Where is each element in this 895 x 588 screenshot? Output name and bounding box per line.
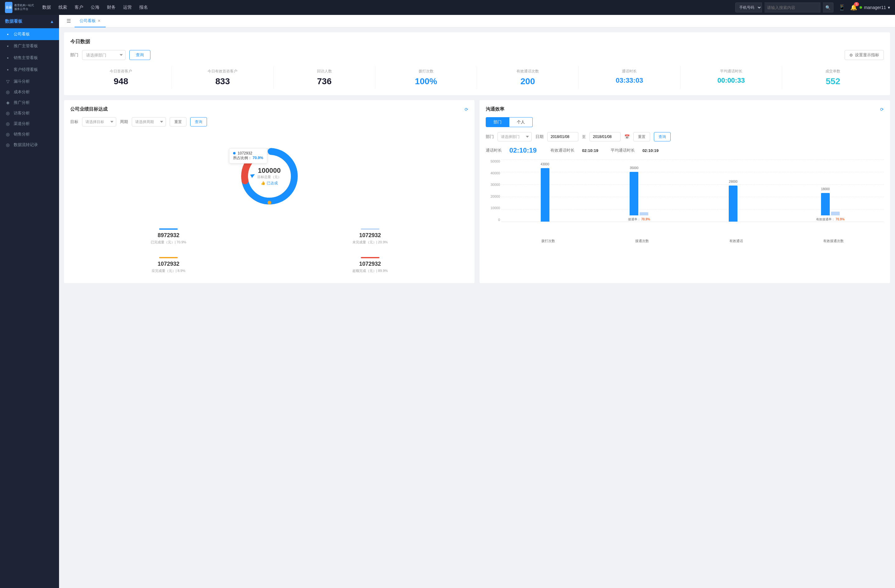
goal-stat-bar-1	[361, 229, 379, 230]
sales-manager-icon: ▪	[5, 55, 11, 60]
notification-icon[interactable]: 🔔 5	[850, 4, 857, 11]
comm-reset-button[interactable]: 重置	[633, 132, 650, 141]
stat-value-4: 200	[478, 76, 577, 86]
svg-point-3	[268, 201, 271, 205]
nav-operations[interactable]: 运营	[123, 3, 132, 12]
goal-reset-button[interactable]: 重置	[170, 117, 187, 126]
sidebar-item-promo-manager[interactable]: ▪ 推广主管看板	[0, 40, 59, 52]
goal-label: 目标	[70, 119, 78, 124]
content-area: 今日数据 部门 请选择部门 查询 ⚙ 设置显示指标 今日首咨客户 948	[59, 27, 895, 288]
nav-customers[interactable]: 客户	[74, 3, 83, 12]
donut-chart-container: 1072932 所占比例： 70.9%	[70, 133, 468, 220]
goal-stats: 8972932 已完成量（元）| 70.9% 1072932 未完成量（元）| …	[70, 225, 468, 277]
bottom-panels: 公司业绩目标达成 ⟳ 目标 请选择目标 周期 请选择周期 重置 查询	[64, 100, 890, 283]
comm-tab-toggle: 部门 个人	[486, 117, 884, 127]
sidebar-header: 数据看板 ▲	[0, 15, 59, 28]
nav-signup[interactable]: 报名	[139, 3, 148, 12]
bar-effective-main: 29000	[729, 186, 737, 221]
stat-value-5: 03:33:03	[580, 76, 679, 85]
funnel-icon: ▽	[5, 79, 11, 84]
nav-leads[interactable]: 线索	[58, 3, 67, 12]
search-button[interactable]: 🔍	[823, 3, 833, 12]
comm-refresh-icon[interactable]: ⟳	[880, 107, 884, 112]
tab-close-icon[interactable]: ✕	[97, 19, 101, 23]
mobile-icon[interactable]: 📱	[839, 4, 845, 11]
goal-stat-value-2: 1072932	[74, 261, 263, 267]
dept-filter-select[interactable]: 请选择部门	[82, 50, 126, 60]
sidebar-item-sales-manager[interactable]: ▪ 销售主管看板	[0, 52, 59, 64]
y-label-1: 40000	[486, 171, 500, 175]
goal-stat-value-0: 8972932	[74, 232, 263, 239]
goal-stat-label-3: 超额完成（元）| 89.9%	[276, 268, 465, 273]
account-manager-icon: ▪	[5, 67, 11, 72]
logo-icon: 云朵	[5, 2, 12, 13]
comm-panel-title: 沟通效率	[486, 106, 504, 112]
stat-label-5: 通话时长	[580, 69, 679, 74]
sidebar-group-label-sales: 销售分析	[14, 132, 30, 137]
bar-dial-main: 43000	[541, 168, 549, 221]
nav-finance[interactable]: 财务	[107, 3, 115, 12]
stat-value-7: 552	[783, 76, 883, 86]
search-input[interactable]	[765, 3, 821, 12]
sidebar-group-visitor[interactable]: ◎ 访客分析	[0, 107, 59, 118]
goal-select[interactable]: 请选择目标	[82, 117, 116, 126]
comm-date-from[interactable]	[547, 132, 578, 141]
comm-dept-select[interactable]: 请选择部门	[498, 132, 532, 141]
user-menu[interactable]: manager11 ▾	[857, 5, 890, 10]
bar-connect-label: 35000	[630, 166, 638, 170]
today-query-button[interactable]: 查询	[129, 50, 150, 60]
donut-chart: 1072932 所占比例： 70.9%	[235, 142, 303, 211]
nav-open-sea[interactable]: 公海	[91, 3, 99, 12]
sidebar-group-cost[interactable]: ◎ 成本分析	[0, 86, 59, 97]
sidebar-collapse-icon[interactable]: ▲	[50, 19, 54, 24]
sidebar-item-account-manager[interactable]: ▪ 客户经理看板	[0, 64, 59, 76]
goal-query-button[interactable]: 查询	[190, 117, 207, 126]
comm-date-to[interactable]	[590, 132, 620, 141]
sidebar-group-label-cost: 成本分析	[14, 89, 30, 95]
goal-stat-incomplete: 1072932 未完成量（元）| 20.9%	[272, 225, 469, 248]
connect-rate-label: 接通率：	[628, 218, 640, 221]
tooltip-label: 所占比例：	[233, 156, 252, 160]
donut-tooltip: 1072932 所占比例： 70.9%	[229, 148, 267, 164]
sidebar-group-funnel[interactable]: ▽ 漏斗分析	[0, 76, 59, 86]
goal-refresh-icon[interactable]: ⟳	[464, 107, 468, 112]
today-section-title: 今日数据	[70, 39, 884, 45]
y-label-3: 20000	[486, 194, 500, 198]
comm-tab-dept[interactable]: 部门	[486, 117, 509, 127]
stat-effective-calls: 有效通话次数 200	[477, 66, 579, 89]
username: manager11	[864, 5, 886, 10]
period-select[interactable]: 请选择周期	[132, 117, 166, 126]
goal-stat-label-0: 已完成量（元）| 70.9%	[74, 240, 263, 245]
svg-marker-4	[250, 173, 256, 178]
tab-company-board[interactable]: 公司看板 ✕	[74, 15, 106, 27]
goal-stat-over-complete: 1072932 超额完成（元）| 89.9%	[272, 253, 469, 277]
comm-tab-personal[interactable]: 个人	[509, 117, 532, 127]
tooltip-percent: 70.9%	[253, 156, 263, 160]
search-type-select[interactable]: 手机号码	[735, 3, 762, 12]
sidebar: 数据看板 ▲ ▪ 公司看板 ▪ 推广主管看板 ▪ 销售主管看板 ▪ 客户经理看板…	[0, 15, 59, 588]
hamburger-menu[interactable]: ☰	[64, 17, 73, 25]
comm-effective-value: 02:10:19	[582, 148, 598, 153]
settings-icon: ⚙	[849, 53, 853, 58]
promo-icon: ◈	[5, 100, 11, 105]
comm-call-duration-label: 通话时长	[486, 148, 502, 153]
goal-stat-bar-2	[159, 257, 178, 258]
sidebar-group-promo[interactable]: ◈ 推广分析	[0, 97, 59, 107]
stat-value-2: 736	[275, 76, 374, 86]
today-filter-row: 部门 请选择部门 查询 ⚙ 设置显示指标	[70, 50, 884, 60]
stat-label-2: 回访人数	[275, 69, 374, 74]
stat-label-6: 平均通话时长	[682, 69, 781, 74]
bar-dial-label: 43000	[541, 162, 549, 166]
comm-query-button[interactable]: 查询	[654, 132, 670, 141]
bar-connect-main: 35000	[630, 172, 638, 215]
sidebar-item-company-board[interactable]: ▪ 公司看板	[0, 28, 59, 40]
nav-data[interactable]: 数据	[42, 3, 51, 12]
sidebar-group-flow-log[interactable]: ◎ 数据流转记录	[0, 139, 59, 150]
donut-center: 100000 目标总量（元） 👍 已达成	[257, 167, 281, 186]
stat-label-4: 有效通话次数	[478, 69, 577, 74]
settings-button[interactable]: ⚙ 设置显示指标	[845, 50, 884, 60]
promo-manager-icon: ▪	[5, 44, 11, 48]
sidebar-group-sales[interactable]: ◎ 销售分析	[0, 128, 59, 139]
calendar-icon[interactable]: 📅	[624, 134, 630, 139]
sidebar-group-channel[interactable]: ◎ 渠道分析	[0, 118, 59, 128]
